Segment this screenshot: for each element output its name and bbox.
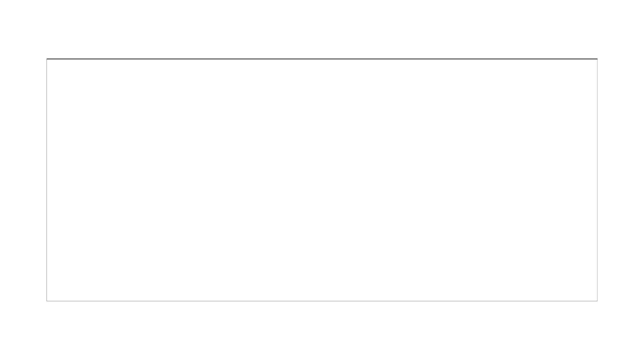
- legend-item-daily[interactable]: [44, 49, 52, 54]
- legend-item-minus1s[interactable]: [122, 49, 129, 54]
- legend-swatch-minus1s: [122, 49, 126, 54]
- legend-item-price[interactable]: [25, 49, 32, 54]
- legend-item-neg[interactable]: [83, 49, 90, 54]
- x-axis: [47, 303, 597, 316]
- legend-swatch-neg: [83, 49, 87, 54]
- page: [0, 0, 644, 362]
- chart-container: [14, 46, 626, 316]
- y-axis-left: [14, 59, 45, 301]
- legend-item-plus1s[interactable]: [102, 49, 109, 54]
- legend-swatch-plus1s: [102, 49, 107, 54]
- y-axis-right: [599, 59, 626, 301]
- chart-legend: [25, 46, 626, 56]
- legend-item-pos[interactable]: [64, 49, 71, 54]
- legend-swatch-pos: [64, 49, 68, 54]
- legend-swatch-price: [25, 49, 29, 54]
- price-line-layer: [47, 59, 597, 301]
- legend-swatch-daily: [44, 49, 49, 54]
- plot-area[interactable]: [47, 59, 597, 301]
